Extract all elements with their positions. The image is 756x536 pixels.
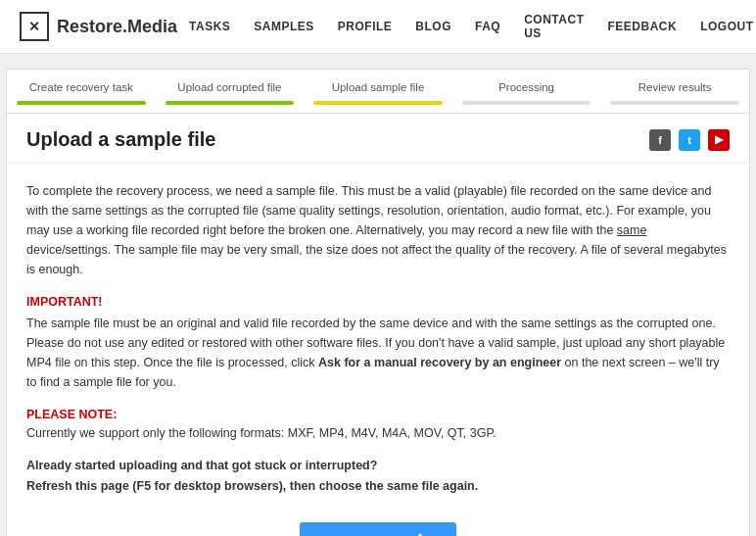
- step-label: Create recovery task: [29, 81, 133, 93]
- logo[interactable]: ✕ Restore.Media: [20, 12, 177, 41]
- main-container: Create recovery task Upload corrupted fi…: [6, 69, 750, 536]
- youtube-icon[interactable]: ▶: [708, 129, 730, 151]
- step-upload-corrupted: Upload corrupted file: [156, 70, 305, 113]
- twitter-icon[interactable]: t: [679, 129, 700, 151]
- social-icons: f t ▶: [649, 129, 730, 151]
- logo-text: Restore.Media: [57, 17, 177, 37]
- page-title: Upload a sample file: [26, 128, 215, 151]
- button-area: Choose file: [26, 522, 730, 537]
- stuck-line2: Refresh this page (F5 for desktop browse…: [26, 479, 478, 493]
- header: ✕ Restore.Media TASKS SAMPLES PROFILE BL…: [0, 0, 756, 54]
- description-paragraph: To complete the recovery process, we nee…: [26, 181, 730, 279]
- choose-file-button[interactable]: Choose file: [300, 522, 455, 537]
- stuck-line1: Already started uploading and that got s…: [26, 459, 377, 472]
- main-nav: TASKS SAMPLES PROFILE BLOG FAQ CONTACT U…: [177, 13, 756, 40]
- manual-recovery-link[interactable]: Ask for a manual recovery by an engineer: [318, 356, 561, 369]
- stuck-text: Already started uploading and that got s…: [26, 456, 730, 498]
- please-note-label: PLEASE NOTE:: [26, 408, 730, 421]
- step-upload-sample: Upload sample file: [304, 70, 452, 113]
- nav-profile[interactable]: PROFILE: [326, 20, 404, 33]
- step-label: Review results: [638, 81, 712, 93]
- step-indicator-2: [165, 101, 295, 105]
- nav-faq[interactable]: FAQ: [463, 20, 512, 33]
- nav-tasks[interactable]: TASKS: [177, 20, 242, 33]
- content-area: To complete the recovery process, we nee…: [7, 164, 749, 536]
- step-indicator-1: [17, 101, 146, 105]
- step-create-task: Create recovery task: [7, 70, 156, 113]
- important-label: IMPORTANT!: [26, 295, 730, 309]
- step-indicator-3: [313, 101, 443, 105]
- upload-icon: [411, 532, 429, 537]
- nav-blog[interactable]: BLOG: [403, 20, 463, 33]
- step-indicator-4: [462, 101, 591, 105]
- step-label: Processing: [498, 81, 554, 93]
- steps-bar: Create recovery task Upload corrupted fi…: [7, 70, 749, 114]
- step-review: Review results: [600, 70, 749, 113]
- step-label: Upload sample file: [332, 81, 425, 93]
- same-underline: same: [617, 223, 647, 237]
- step-processing: Processing: [452, 70, 601, 113]
- nav-contact[interactable]: CONTACT US: [512, 13, 595, 40]
- important-text: The sample file must be an original and …: [26, 314, 730, 392]
- nav-samples[interactable]: SAMPLES: [242, 20, 326, 33]
- svg-marker-1: [415, 533, 425, 537]
- step-indicator-5: [610, 101, 739, 105]
- facebook-icon[interactable]: f: [649, 129, 671, 151]
- nav-feedback[interactable]: FEEDBACK: [595, 20, 688, 33]
- nav-logout[interactable]: LOGOUT: [688, 20, 756, 33]
- logo-icon: ✕: [20, 12, 49, 41]
- please-note-text: Currently we support only the following …: [26, 426, 730, 440]
- page-title-area: Upload a sample file f t ▶: [7, 114, 749, 164]
- step-label: Upload corrupted file: [177, 81, 281, 93]
